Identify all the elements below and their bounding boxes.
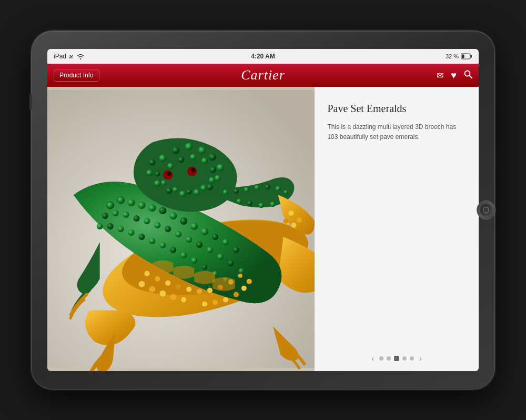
- nav-bar: Product Info Cartier ✉ ♥: [47, 64, 479, 87]
- svg-point-75: [155, 171, 160, 176]
- svg-point-35: [217, 254, 224, 260]
- svg-point-16: [159, 207, 166, 214]
- svg-point-28: [144, 218, 150, 224]
- svg-point-97: [191, 300, 197, 305]
- svg-point-102: [241, 286, 247, 291]
- page-dot-1[interactable]: [379, 356, 383, 361]
- svg-point-98: [202, 302, 207, 307]
- heart-icon[interactable]: ♥: [451, 70, 457, 81]
- svg-point-18: [180, 217, 187, 225]
- svg-point-108: [186, 287, 191, 292]
- svg-point-100: [223, 297, 228, 303]
- svg-point-41: [128, 229, 135, 236]
- svg-rect-2: [462, 55, 464, 58]
- page-dot-3[interactable]: [394, 356, 399, 361]
- svg-point-68: [201, 157, 208, 164]
- main-content: Pave Set Emeralds This is a dazzling mul…: [47, 87, 479, 371]
- product-title: Pave Set Emeralds: [327, 103, 466, 115]
- svg-point-23: [233, 247, 239, 253]
- battery-icon: [461, 53, 472, 59]
- svg-point-83: [255, 185, 260, 190]
- search-icon[interactable]: [464, 70, 472, 81]
- svg-point-106: [165, 281, 170, 286]
- svg-point-60: [179, 191, 186, 197]
- svg-point-19: [190, 223, 198, 230]
- home-button-inner: [479, 203, 493, 217]
- svg-point-54: [198, 146, 206, 154]
- svg-point-56: [217, 164, 224, 171]
- svg-point-107: [176, 284, 181, 289]
- svg-point-26: [123, 212, 129, 218]
- svg-point-66: [178, 156, 184, 163]
- svg-point-114: [289, 211, 294, 216]
- ipad-device: iPad 𝝒 4:20 AM 32 %: [32, 31, 494, 389]
- svg-point-77: [167, 172, 171, 176]
- svg-point-82: [244, 187, 249, 192]
- svg-point-52: [172, 146, 179, 154]
- page-dot-4[interactable]: [402, 356, 407, 361]
- device-name-label: iPad: [54, 53, 66, 60]
- svg-point-116: [291, 223, 297, 228]
- pagination: ‹ ›: [315, 354, 479, 363]
- svg-point-43: [149, 238, 155, 244]
- svg-line-4: [470, 76, 472, 78]
- svg-point-55: [209, 153, 216, 161]
- page-dot-2[interactable]: [387, 356, 391, 361]
- status-right: 32 %: [446, 53, 472, 59]
- svg-point-95: [170, 294, 176, 301]
- svg-point-109: [197, 289, 202, 294]
- status-time: 4:20 AM: [251, 53, 275, 60]
- svg-point-58: [207, 184, 213, 190]
- svg-point-33: [196, 242, 203, 248]
- product-description: This is a dazzling multi layered 3D broo…: [327, 122, 466, 142]
- svg-point-39: [107, 223, 114, 229]
- page-dot-5[interactable]: [410, 356, 414, 361]
- svg-rect-1: [471, 55, 472, 58]
- svg-point-84: [265, 184, 270, 189]
- svg-point-67: [190, 154, 196, 160]
- svg-point-105: [155, 276, 160, 282]
- battery-percentage: 32 %: [446, 53, 459, 59]
- svg-point-17: [169, 212, 177, 219]
- svg-point-59: [194, 189, 200, 195]
- svg-point-40: [118, 226, 124, 232]
- svg-point-27: [133, 215, 139, 222]
- svg-point-30: [165, 226, 171, 232]
- svg-point-34: [207, 247, 213, 253]
- svg-point-103: [247, 279, 252, 284]
- svg-point-80: [223, 189, 228, 195]
- wifi-symbol: [76, 53, 85, 59]
- svg-point-65: [167, 163, 174, 169]
- product-image: [47, 87, 315, 371]
- next-page-button[interactable]: ›: [417, 354, 424, 363]
- svg-point-46: [180, 252, 187, 258]
- svg-point-70: [209, 177, 215, 183]
- svg-point-110: [207, 288, 213, 293]
- svg-point-14: [138, 202, 145, 209]
- svg-point-91: [237, 198, 242, 204]
- svg-point-42: [138, 234, 145, 240]
- status-left: iPad 𝝒: [54, 52, 85, 61]
- svg-point-73: [173, 187, 178, 192]
- svg-point-69: [210, 166, 216, 173]
- product-info-button[interactable]: Product Info: [54, 69, 99, 82]
- svg-point-24: [102, 213, 108, 219]
- svg-point-96: [181, 297, 186, 303]
- mail-icon[interactable]: ✉: [437, 71, 443, 81]
- svg-point-85: [276, 186, 281, 191]
- svg-point-99: [213, 300, 218, 305]
- svg-point-79: [191, 168, 195, 172]
- svg-point-81: [234, 188, 239, 194]
- svg-point-92: [138, 281, 145, 287]
- svg-point-72: [186, 189, 191, 194]
- prev-page-button[interactable]: ‹: [370, 354, 377, 363]
- svg-point-20: [201, 228, 208, 235]
- home-button[interactable]: [477, 201, 495, 219]
- svg-point-88: [270, 202, 276, 207]
- svg-point-38: [97, 223, 103, 229]
- svg-point-36: [228, 260, 234, 266]
- svg-point-32: [186, 236, 192, 243]
- svg-point-101: [234, 292, 239, 297]
- svg-point-37: [239, 268, 244, 274]
- svg-point-22: [222, 239, 229, 245]
